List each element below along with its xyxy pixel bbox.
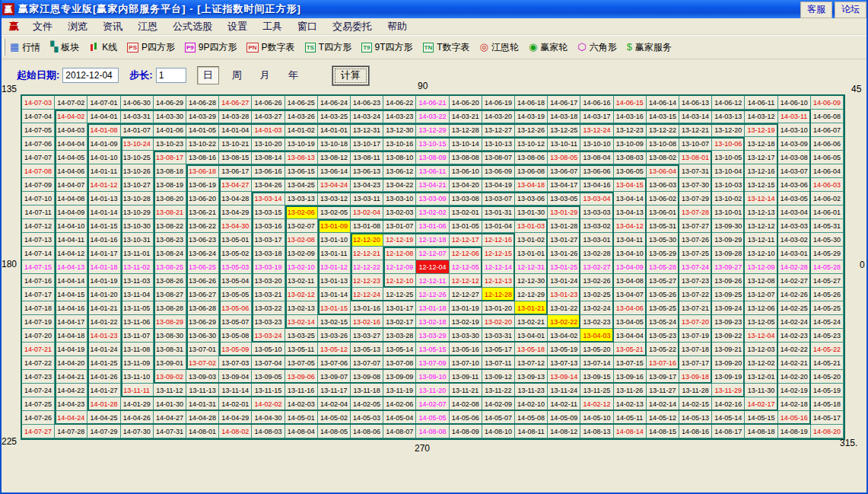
toolbar-button[interactable]: $赢家服务	[627, 41, 672, 54]
date-cell[interactable]: 14-03-05	[778, 192, 811, 206]
date-cell[interactable]: 13-11-04	[121, 288, 154, 301]
date-cell[interactable]: 13-10-12	[515, 137, 548, 151]
date-cell[interactable]: 14-06-03	[811, 178, 844, 192]
date-cell[interactable]: 13-01-20	[482, 301, 515, 315]
date-cell[interactable]: 14-07-03	[22, 96, 55, 110]
date-cell[interactable]: 14-06-11	[745, 96, 777, 110]
date-cell[interactable]: 14-08-13	[580, 425, 613, 438]
date-cell[interactable]: 14-07-20	[22, 329, 55, 343]
date-cell[interactable]: 13-07-31	[679, 164, 712, 178]
date-cell[interactable]: 13-09-18	[679, 370, 712, 384]
date-cell[interactable]: 14-02-24	[778, 315, 811, 329]
date-cell[interactable]: 13-03-31	[482, 329, 515, 343]
date-cell[interactable]: 13-02-12	[285, 288, 318, 301]
date-cell[interactable]: 13-06-12	[383, 164, 416, 178]
date-cell[interactable]: 13-01-24	[548, 274, 580, 288]
date-cell[interactable]: 14-01-16	[87, 233, 120, 247]
date-cell[interactable]: 14-05-27	[811, 274, 844, 288]
date-cell[interactable]: 13-12-27	[482, 123, 515, 137]
date-cell[interactable]: 13-09-12	[482, 370, 515, 384]
date-cell[interactable]: 13-03-18	[252, 247, 285, 260]
date-cell[interactable]: 14-05-17	[811, 411, 844, 425]
toolbar-button[interactable]: K线	[89, 41, 117, 54]
date-cell[interactable]: 14-02-06	[383, 397, 416, 411]
date-cell[interactable]: 14-05-06	[450, 411, 482, 425]
date-cell[interactable]: 13-08-28	[154, 301, 186, 315]
date-cell[interactable]: 13-07-14	[580, 356, 613, 370]
date-cell[interactable]: 14-03-14	[679, 110, 712, 123]
date-cell[interactable]: 13-08-12	[318, 151, 351, 164]
date-cell[interactable]: 14-05-03	[351, 411, 383, 425]
date-cell[interactable]: 14-02-08	[450, 397, 482, 411]
date-cell[interactable]: 14-07-09	[22, 178, 55, 192]
date-cell[interactable]: 14-02-02	[252, 397, 285, 411]
date-cell[interactable]: 13-04-25	[285, 178, 318, 192]
date-cell[interactable]: 13-12-13	[745, 206, 777, 219]
date-cell[interactable]: 13-07-23	[679, 274, 712, 288]
date-cell[interactable]: 13-02-07	[285, 219, 318, 233]
date-cell[interactable]: 14-04-19	[55, 343, 87, 356]
date-cell[interactable]: 13-03-15	[252, 206, 285, 219]
date-cell[interactable]: 13-02-06	[285, 206, 318, 219]
date-cell[interactable]: 14-05-24	[811, 315, 844, 329]
date-cell[interactable]: 13-01-21	[515, 301, 548, 315]
date-cell[interactable]: 13-04-05	[614, 315, 647, 329]
date-cell[interactable]: 14-08-07	[383, 425, 416, 438]
date-cell[interactable]: 14-07-01	[87, 96, 120, 110]
date-cell[interactable]: 13-11-25	[580, 384, 613, 397]
date-cell[interactable]: 13-02-13	[285, 301, 318, 315]
date-cell[interactable]: 14-05-05	[416, 411, 449, 425]
date-cell[interactable]: 14-03-29	[186, 110, 219, 123]
date-cell[interactable]: 14-08-11	[515, 425, 548, 438]
date-cell[interactable]: 14-01-13	[87, 192, 120, 206]
date-cell[interactable]: 13-12-05	[745, 315, 777, 329]
date-cell[interactable]: 13-08-16	[186, 151, 219, 164]
date-cell[interactable]: 13-04-13	[614, 206, 647, 219]
toolbar-button[interactable]: ◉赢家轮	[529, 41, 568, 54]
date-cell[interactable]: 13-10-27	[121, 178, 154, 192]
date-cell[interactable]: 14-02-19	[778, 384, 811, 397]
date-cell[interactable]: 14-07-08	[22, 164, 55, 178]
date-cell[interactable]: 14-04-30	[252, 411, 285, 425]
date-cell[interactable]: 14-02-20	[778, 370, 811, 384]
date-cell[interactable]: 13-10-07	[679, 137, 712, 151]
date-cell[interactable]: 13-03-20	[252, 274, 285, 288]
date-cell[interactable]: 14-01-01	[318, 123, 351, 137]
date-cell[interactable]: 13-12-11	[745, 233, 777, 247]
date-cell[interactable]: 14-04-18	[55, 329, 87, 343]
date-cell[interactable]: 14-02-23	[778, 329, 811, 343]
date-cell[interactable]: 13-10-05	[712, 151, 745, 164]
date-cell[interactable]: 13-11-28	[679, 384, 712, 397]
menu-item[interactable]: 交易委托	[325, 20, 380, 33]
date-cell[interactable]: 13-03-09	[416, 192, 449, 206]
date-cell[interactable]: 13-07-20	[679, 315, 712, 329]
date-cell[interactable]: 13-02-22	[548, 315, 580, 329]
date-cell[interactable]: 14-06-23	[351, 96, 383, 110]
date-cell[interactable]: 13-11-22	[482, 384, 515, 397]
date-cell[interactable]: 13-04-20	[450, 178, 482, 192]
date-cell[interactable]: 14-01-26	[87, 370, 120, 384]
toolbar-button[interactable]: PSP四方形	[127, 41, 175, 54]
date-cell[interactable]: 14-03-03	[778, 219, 811, 233]
date-cell[interactable]: 13-06-25	[186, 260, 219, 274]
date-cell[interactable]: 13-06-18	[186, 164, 219, 178]
date-cell[interactable]: 14-07-25	[22, 397, 55, 411]
date-cell[interactable]: 13-05-28	[647, 260, 679, 274]
date-cell[interactable]: 13-05-13	[351, 343, 383, 356]
date-cell[interactable]: 13-03-30	[450, 329, 482, 343]
date-cell[interactable]: 13-06-21	[186, 206, 219, 219]
toolbar-button[interactable]: P99P四方形	[185, 41, 237, 54]
date-cell[interactable]: 14-08-03	[252, 425, 285, 438]
date-cell[interactable]: 13-08-14	[252, 151, 285, 164]
toolbar-button[interactable]: T99T四方形	[361, 41, 412, 54]
date-cell[interactable]: 14-03-31	[121, 110, 154, 123]
date-cell[interactable]: 14-07-18	[22, 301, 55, 315]
date-cell[interactable]: 12-12-04	[416, 260, 449, 274]
date-cell[interactable]: 13-08-07	[482, 151, 515, 164]
date-cell[interactable]: 14-01-31	[186, 397, 219, 411]
date-cell[interactable]: 12-12-10	[383, 274, 416, 288]
date-cell[interactable]: 13-11-02	[121, 260, 154, 274]
date-cell[interactable]: 13-09-22	[712, 329, 745, 343]
date-cell[interactable]: 14-02-22	[778, 343, 811, 356]
toolbar-button[interactable]: ▦行情	[10, 41, 40, 54]
